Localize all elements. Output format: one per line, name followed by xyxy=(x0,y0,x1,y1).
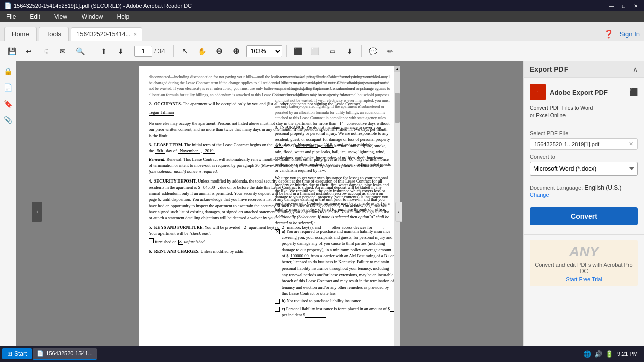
option-c-checkbox[interactable] xyxy=(275,307,280,312)
minimize-button[interactable]: — xyxy=(608,2,616,10)
page-number-input[interactable]: 1 xyxy=(134,46,152,57)
acrobat-logo: ANY xyxy=(534,244,634,260)
pdf-viewer: ‹ disconnected—including disconnection f… xyxy=(16,61,523,362)
insurance-option-c: c) Personal liability insurance is force… xyxy=(275,306,394,318)
fit-width-button[interactable]: ⬜ xyxy=(308,44,323,58)
taskbar: ⊞ Start 📄 156432520-1541... 🌐 🔊 🔋 9:21 P… xyxy=(0,346,644,362)
taskbar-app-label: 156432520-1541... xyxy=(46,350,92,356)
nav-arrow-left[interactable]: ‹ xyxy=(32,202,42,222)
furnished-checkbox[interactable] xyxy=(149,238,154,243)
doc-language-label: Document Language: xyxy=(530,185,583,191)
select-file-label: Select PDF File xyxy=(530,130,638,136)
expand-icon[interactable]: ⬛ xyxy=(629,88,638,96)
title-bar: 📄 156432520-1541452819[1].pdf (SECURED) … xyxy=(0,0,644,11)
panel-collapse-button[interactable]: › xyxy=(395,202,403,222)
title-bar-left: 📄 156432520-1541452819[1].pdf (SECURED) … xyxy=(4,2,192,9)
volume-icon[interactable]: 🔊 xyxy=(594,350,602,358)
file-remove-button[interactable]: ✕ xyxy=(629,141,633,147)
help-icon[interactable]: ❓ xyxy=(604,29,614,39)
page-total: 34 xyxy=(158,48,165,55)
title-bar-controls: — □ ✕ xyxy=(608,2,640,10)
battery-icon[interactable]: 🔋 xyxy=(605,350,613,358)
file-tag: 156432520-1...2819[1].pdf ✕ xyxy=(530,138,638,150)
next-page-button[interactable]: ⬇ xyxy=(113,44,128,58)
toolbar: 💾 ↩ 🖨 ✉ 🔍 ⬆ ⬇ 1 / 34 ↖ ✋ ⊖ ⊕ 103% 75% 10… xyxy=(0,41,644,61)
tab-document[interactable]: 156432520-15414... × xyxy=(71,27,142,41)
scroll-up[interactable]: ▲ xyxy=(394,66,400,72)
start-label: Start xyxy=(14,350,27,357)
section-4-num: 4. xyxy=(149,178,152,184)
convert-to-label: Convert to xyxy=(530,154,638,160)
month2: November xyxy=(178,148,200,154)
lock-icon[interactable]: 🔒 xyxy=(2,65,14,77)
keys-count: 2 xyxy=(242,225,248,230)
back-button[interactable]: ↩ xyxy=(21,44,36,58)
close-button[interactable]: ✕ xyxy=(632,2,640,10)
day2: 5th xyxy=(155,148,165,154)
scroll-thumb[interactable] xyxy=(395,93,400,123)
separator-4 xyxy=(361,45,362,57)
unfurnished-checkbox[interactable] xyxy=(178,240,183,245)
left-sidebar: 🔒 📄 🔖 📎 xyxy=(0,61,16,362)
menu-file[interactable]: File xyxy=(3,12,19,21)
email-button[interactable]: ✉ xyxy=(55,44,70,58)
attach-icon[interactable]: 📎 xyxy=(2,114,14,126)
menu-edit[interactable]: Edit xyxy=(27,12,43,21)
convert-to-select[interactable]: Microsoft Word (*.docx) Microsoft Excel … xyxy=(530,162,638,176)
section-2-title: OCCUPANTS. xyxy=(154,101,182,106)
save-button[interactable]: 💾 xyxy=(4,44,19,58)
menu-bar: File Edit View Window Help xyxy=(0,11,644,22)
panel-collapse-icon[interactable]: ∧ xyxy=(633,65,638,73)
taskbar-app-icon: 📄 xyxy=(37,350,44,357)
rotate-button[interactable]: ⬇ xyxy=(342,44,357,58)
section-4-title: SECURITY DEPOSIT. xyxy=(154,178,197,184)
draw-button[interactable]: ✏ xyxy=(383,44,398,58)
search-button[interactable]: 🔍 xyxy=(72,44,88,58)
network-icon[interactable]: 🌐 xyxy=(583,350,591,358)
start-icon: ⊞ xyxy=(7,350,12,357)
pages-icon[interactable]: 📄 xyxy=(2,81,14,94)
comment-button[interactable]: 💬 xyxy=(366,44,381,58)
menu-view[interactable]: View xyxy=(51,12,70,21)
tab-home[interactable]: Home xyxy=(4,27,37,41)
maximize-button[interactable]: □ xyxy=(620,2,628,10)
section-2-num: 2. xyxy=(149,101,152,106)
trial-link[interactable]: Start Free Trial xyxy=(534,276,634,282)
menu-window[interactable]: Window xyxy=(78,12,106,21)
pdf-page: disconnected—including disconnection for… xyxy=(139,66,400,357)
doc-language-section: Document Language: English (U.S.) Change xyxy=(530,184,638,198)
menu-help[interactable]: Help xyxy=(114,12,133,21)
export-pdf-icon: ↑ xyxy=(530,84,546,100)
pro-description: Convert and edit PDFs with Acrobat Pro D… xyxy=(534,262,634,274)
zoom-in-button[interactable]: ⊕ xyxy=(229,44,244,58)
select-tool-button[interactable]: ↖ xyxy=(178,44,193,58)
pro-promo: ANY Convert and edit PDFs with Acrobat P… xyxy=(530,240,638,286)
print-button[interactable]: 🖨 xyxy=(38,44,53,58)
of-dollar-text: of $ xyxy=(282,253,288,258)
deposit-amount: 845.00 xyxy=(201,185,217,190)
bookmark-icon[interactable]: 🔖 xyxy=(2,98,14,110)
start-button[interactable]: ⊞ Start xyxy=(2,348,32,359)
page-separator: / xyxy=(154,48,156,55)
taskbar-item-acrobat[interactable]: 📄 156432520-1541... xyxy=(33,348,96,360)
convert-button[interactable]: Convert xyxy=(530,207,638,225)
pdf-scroll: disconnected—including disconnection for… xyxy=(21,66,518,357)
option-b-checkbox[interactable] xyxy=(275,299,280,304)
prev-page-button[interactable]: ⬆ xyxy=(96,44,111,58)
change-language-link[interactable]: Change xyxy=(530,192,549,198)
fit-height-button[interactable]: ▭ xyxy=(325,44,340,58)
occupant-name: Tegan Tillman xyxy=(149,110,174,116)
zoom-select[interactable]: 103% 75% 100% 125% 150% xyxy=(246,45,282,57)
fit-page-button[interactable]: ⬛ xyxy=(291,44,306,58)
hand-tool-button[interactable]: ✋ xyxy=(195,44,210,58)
option-a-checkbox[interactable] xyxy=(275,229,280,234)
section-5-title: KEYS AND FURNITURE. xyxy=(154,225,204,230)
zoom-out-button[interactable]: ⊖ xyxy=(212,44,227,58)
tab-tools[interactable]: Tools xyxy=(39,27,69,41)
sign-in-button[interactable]: Sign In xyxy=(620,30,640,38)
panel-title: Export PDF xyxy=(530,65,568,73)
right-panel: Export PDF ∧ ↑ Adobe Export PDF ⬛ Conver… xyxy=(523,61,644,362)
tab-bar: Home Tools 156432520-15414... × ❓ Sign I… xyxy=(0,22,644,41)
insurance-option-b: b) Not required to purchase liability in… xyxy=(275,298,394,304)
tab-close-button[interactable]: × xyxy=(133,31,136,37)
